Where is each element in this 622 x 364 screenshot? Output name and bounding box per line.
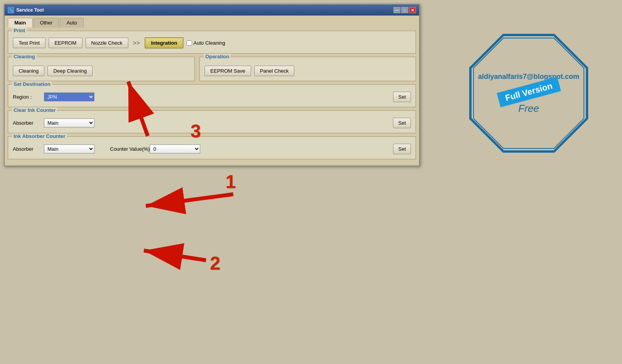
- operation-section-content: EEPROM Save Panel Check: [204, 66, 411, 76]
- annotation-2: 2: [210, 253, 220, 274]
- watermark-text: aldiyanalfaris7@blogspot.com Full Versio…: [474, 39, 583, 148]
- clear-ink-row: Absorber Main Sub Set: [13, 118, 411, 128]
- operation-section-title: Operation: [204, 54, 231, 59]
- auto-cleaning-label: Auto Cleaning: [194, 40, 225, 46]
- svg-line-2: [146, 194, 233, 206]
- cleaning-button[interactable]: Cleaning: [13, 66, 44, 76]
- auto-cleaning-checkbox[interactable]: [187, 40, 192, 46]
- eeprom-save-button[interactable]: EEPROM Save: [204, 66, 251, 76]
- ink-absorber-counter-section: Ink Absorber Counter Absorber Main Sub C…: [8, 136, 416, 159]
- maximize-button[interactable]: □: [401, 7, 408, 13]
- title-bar-left: 🔧 Service Tool: [8, 7, 44, 13]
- deep-cleaning-button[interactable]: Deep Cleaning: [47, 66, 93, 76]
- ink-absorber-counter-title: Ink Absorber Counter: [12, 133, 67, 139]
- cleaning-section-content: Cleaning Deep Cleaning: [13, 66, 190, 76]
- watermark-stamp: aldiyanalfaris7@blogspot.com Full Versio…: [466, 31, 599, 163]
- clear-ink-counter-section: Clear Ink Counter Absorber Main Sub Set: [8, 110, 416, 133]
- arrow-separator: >>: [131, 40, 142, 47]
- app-icon: 🔧: [8, 7, 14, 13]
- set-destination-row: Region : JPN USA EUR AUS Set: [13, 92, 411, 102]
- absorber-label-2: Absorber: [13, 146, 44, 152]
- eeprom-button[interactable]: EEPROM: [49, 38, 82, 48]
- absorber-select-1[interactable]: Main Sub: [44, 118, 94, 127]
- nozzle-check-button[interactable]: Nozzle Check: [86, 38, 128, 48]
- set-destination-button[interactable]: Set: [393, 92, 411, 102]
- operation-section: Operation EEPROM Save Panel Check: [199, 57, 416, 81]
- window-title: Service Tool: [16, 7, 44, 13]
- title-bar: 🔧 Service Tool — □ ✕: [5, 5, 419, 16]
- test-print-button[interactable]: Test Print: [13, 38, 45, 48]
- cleaning-section: Cleaning Cleaning Deep Cleaning: [8, 57, 195, 81]
- ink-absorber-row: Absorber Main Sub Counter Value(%) 0 10 …: [13, 144, 411, 154]
- set-destination-title: Set Destination: [12, 81, 52, 87]
- close-button[interactable]: ✕: [409, 7, 416, 13]
- counter-value-select[interactable]: 0 10 20 30 40 50: [150, 145, 200, 153]
- print-section-title: Print: [12, 28, 27, 33]
- title-controls: — □ ✕: [393, 7, 416, 13]
- counter-value-label: Counter Value(%): [110, 146, 150, 152]
- main-window: 🔧 Service Tool — □ ✕ Main Other Auto Pri…: [4, 4, 420, 166]
- tab-bar: Main Other Auto: [5, 16, 419, 28]
- clear-ink-counter-title: Clear Ink Counter: [12, 107, 57, 113]
- panel-check-button[interactable]: Panel Check: [254, 66, 295, 76]
- annotation-1: 1: [225, 171, 236, 192]
- svg-line-3: [144, 251, 206, 260]
- watermark-url: aldiyanalfaris7@blogspot.com: [478, 72, 580, 82]
- clear-ink-set-button[interactable]: Set: [393, 118, 411, 128]
- print-section: Print Test Print EEPROM Nozzle Check >> …: [8, 31, 416, 54]
- tab-auto[interactable]: Auto: [60, 18, 84, 28]
- integration-button[interactable]: Integration: [145, 37, 183, 49]
- watermark-free: Free: [518, 103, 539, 115]
- tab-other[interactable]: Other: [33, 18, 59, 28]
- cleaning-operation-row: Cleaning Cleaning Deep Cleaning Operatio…: [8, 57, 416, 81]
- region-select[interactable]: JPN USA EUR AUS: [44, 92, 94, 101]
- cleaning-section-title: Cleaning: [12, 54, 37, 59]
- auto-cleaning-group: Auto Cleaning: [187, 40, 225, 46]
- region-label: Region :: [13, 94, 44, 100]
- main-content: Print Test Print EEPROM Nozzle Check >> …: [5, 28, 419, 165]
- absorber-label-1: Absorber: [13, 120, 44, 126]
- tab-main[interactable]: Main: [8, 18, 33, 28]
- set-destination-section: Set Destination Region : JPN USA EUR AUS…: [8, 84, 416, 107]
- ink-absorber-set-button[interactable]: Set: [393, 144, 411, 154]
- print-section-content: Test Print EEPROM Nozzle Check >> Integr…: [13, 37, 411, 49]
- absorber-select-2[interactable]: Main Sub: [44, 145, 94, 153]
- minimize-button[interactable]: —: [393, 7, 400, 13]
